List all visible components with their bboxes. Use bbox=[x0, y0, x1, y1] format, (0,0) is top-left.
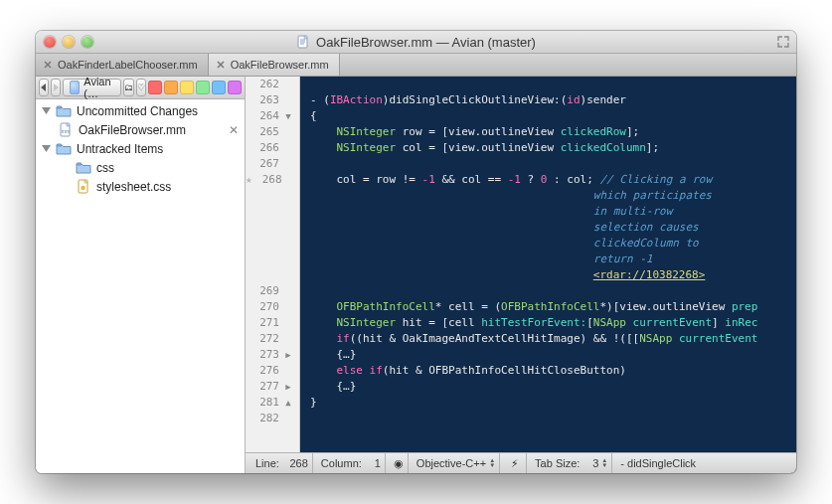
fullscreen-button[interactable] bbox=[776, 35, 790, 49]
status-macro[interactable]: ⚡︎ bbox=[504, 453, 527, 473]
status-symbol[interactable]: - didSingleClick bbox=[616, 453, 790, 473]
code-line[interactable] bbox=[310, 77, 796, 92]
code-line[interactable]: <rdar://10382268> bbox=[310, 267, 796, 283]
stepper-icon[interactable]: ▲▼ bbox=[489, 458, 495, 468]
code-line[interactable] bbox=[310, 411, 796, 426]
code-line[interactable] bbox=[310, 283, 796, 299]
code-line[interactable]: col = row != -1 && col == -1 ? 0 : col; … bbox=[310, 172, 796, 188]
code-line[interactable]: } bbox=[310, 395, 796, 411]
record-icon: ◉ bbox=[394, 457, 404, 470]
line-number[interactable]: 282 bbox=[253, 411, 279, 426]
label-orange[interactable] bbox=[164, 81, 178, 94]
window-controls bbox=[44, 36, 93, 48]
code-line[interactable]: NSInteger hit = [cell hitTestForEvent:[N… bbox=[310, 315, 796, 331]
fold-indicator[interactable]: ▲ bbox=[283, 395, 293, 411]
status-language[interactable]: Objective-C++ ▲▼ bbox=[413, 453, 500, 473]
code-area[interactable]: 262263264▼265266267★268269270271272273▶2… bbox=[246, 77, 796, 452]
disclosure-icon[interactable] bbox=[42, 144, 51, 153]
code-line[interactable] bbox=[310, 156, 796, 172]
code-line[interactable]: return -1 bbox=[310, 252, 796, 267]
gutter[interactable]: 262263264▼265266267★268269270271272273▶2… bbox=[246, 77, 300, 452]
svg-point-21 bbox=[81, 185, 84, 189]
code-line[interactable]: NSInteger col = [view.outlineView clicke… bbox=[310, 140, 796, 156]
label-red[interactable] bbox=[148, 81, 162, 94]
close-window-button[interactable] bbox=[44, 36, 56, 48]
line-number[interactable]: 276 bbox=[253, 363, 279, 379]
column-number: 1 bbox=[365, 457, 381, 469]
code-line[interactable]: {…} bbox=[310, 347, 796, 363]
disclosure-icon[interactable] bbox=[42, 106, 51, 115]
line-number[interactable]: 272 bbox=[253, 331, 279, 347]
line-number[interactable]: 262 bbox=[253, 77, 279, 92]
label-green[interactable] bbox=[196, 81, 210, 94]
status-recording[interactable]: ◉ bbox=[390, 453, 409, 473]
line-number[interactable]: 281 bbox=[253, 395, 279, 411]
fold-indicator[interactable]: ▶ bbox=[283, 347, 293, 363]
status-tabsize[interactable]: Tab Size: 3 ▲▼ bbox=[531, 453, 612, 473]
code-line[interactable]: clickedColumn to bbox=[310, 236, 796, 252]
code-line[interactable]: { bbox=[310, 108, 796, 124]
status-line[interactable]: Line: 268 bbox=[251, 453, 313, 473]
code-line[interactable]: NSInteger row = [view.outlineView clicke… bbox=[310, 124, 796, 140]
svg-rect-12 bbox=[57, 106, 62, 108]
document-tab[interactable]: OakFinderLabelChooser.mm bbox=[36, 54, 209, 76]
code-line[interactable]: {…} bbox=[310, 379, 796, 395]
bookmark-star-icon[interactable]: ★ bbox=[246, 172, 252, 188]
line-number[interactable]: 269 bbox=[253, 283, 279, 299]
line-number[interactable]: 263 bbox=[253, 92, 279, 108]
path-crumb-label: Avian (… bbox=[83, 76, 114, 99]
line-number[interactable]: 270 bbox=[253, 299, 279, 315]
sidebar-group-header[interactable]: Uncommitted Changes bbox=[36, 101, 245, 120]
line-number[interactable]: 271 bbox=[253, 315, 279, 331]
group-label: Uncommitted Changes bbox=[77, 104, 198, 118]
window-title: OakFileBrowser.mm — Avian (master) bbox=[316, 35, 536, 50]
zoom-window-button[interactable] bbox=[82, 36, 93, 48]
tab-label: OakFinderLabelChooser.mm bbox=[58, 59, 198, 71]
line-number[interactable]: 265 bbox=[253, 124, 279, 140]
tabsize-label: Tab Size: bbox=[535, 457, 580, 469]
close-tab-icon[interactable] bbox=[42, 59, 54, 71]
line-number[interactable]: 267 bbox=[253, 156, 279, 172]
line-number[interactable]: 266 bbox=[253, 140, 279, 156]
line-number[interactable]: 268 bbox=[256, 172, 282, 188]
line-number[interactable]: 264 bbox=[253, 108, 279, 124]
code-line[interactable]: else if(hit & OFBPathInfoCellHitCloseBut… bbox=[310, 363, 796, 379]
code-line[interactable]: which participates bbox=[310, 188, 796, 204]
fold-indicator[interactable]: ▶ bbox=[283, 379, 293, 395]
status-column[interactable]: Column: 1 bbox=[317, 453, 386, 473]
disk-icon bbox=[70, 81, 80, 94]
svg-rect-17 bbox=[57, 144, 62, 146]
label-yellow[interactable] bbox=[180, 81, 194, 94]
discard-change-icon[interactable]: ✕ bbox=[229, 123, 239, 137]
code-line[interactable]: if((hit & OakImageAndTextCellHitImage) &… bbox=[310, 331, 796, 347]
file-label: stylesheet.css bbox=[96, 180, 171, 194]
fold-indicator[interactable]: ▼ bbox=[283, 108, 293, 124]
sidebar-group-header[interactable]: Untracked Items bbox=[36, 139, 245, 158]
code-line[interactable]: - (IBAction)didSingleClickOutlineView:(i… bbox=[310, 92, 796, 108]
document-tab[interactable]: OakFileBrowser.mm bbox=[209, 54, 340, 76]
sidebar-file-item[interactable]: mmOakFileBrowser.mm✕ bbox=[36, 120, 245, 139]
close-tab-icon[interactable] bbox=[215, 59, 227, 71]
nav-back-button[interactable] bbox=[39, 79, 49, 96]
label-blue[interactable] bbox=[212, 81, 226, 94]
bolt-icon: ⚡︎ bbox=[508, 457, 522, 470]
label-purple[interactable] bbox=[228, 81, 242, 94]
favorites-button[interactable]: ♡ bbox=[136, 79, 146, 96]
path-crumb[interactable]: Avian (… bbox=[63, 79, 121, 96]
code-text[interactable]: - (IBAction)didSingleClickOutlineView:(i… bbox=[300, 77, 796, 452]
code-line[interactable]: selection causes bbox=[310, 220, 796, 236]
sidebar-tree: Uncommitted ChangesmmOakFileBrowser.mm✕U… bbox=[36, 99, 245, 473]
nav-forward-button[interactable] bbox=[51, 79, 61, 96]
code-line[interactable]: in multi-row bbox=[310, 204, 796, 220]
tabsize-value: 3 bbox=[582, 457, 598, 469]
minimize-window-button[interactable] bbox=[63, 36, 75, 48]
label-swatches bbox=[148, 81, 242, 94]
stepper-icon[interactable]: ▲▼ bbox=[601, 458, 607, 468]
code-line[interactable]: OFBPathInfoCell* cell = (OFBPathInfoCell… bbox=[310, 299, 796, 315]
line-number[interactable]: 277 bbox=[253, 379, 279, 395]
scm-button[interactable]: 🗂 bbox=[123, 79, 134, 96]
sidebar-file-item[interactable]: css bbox=[36, 158, 245, 177]
sidebar-file-item[interactable]: stylesheet.css bbox=[36, 177, 245, 196]
line-number[interactable]: 273 bbox=[253, 347, 279, 363]
language-label: Objective-C++ bbox=[416, 457, 486, 469]
